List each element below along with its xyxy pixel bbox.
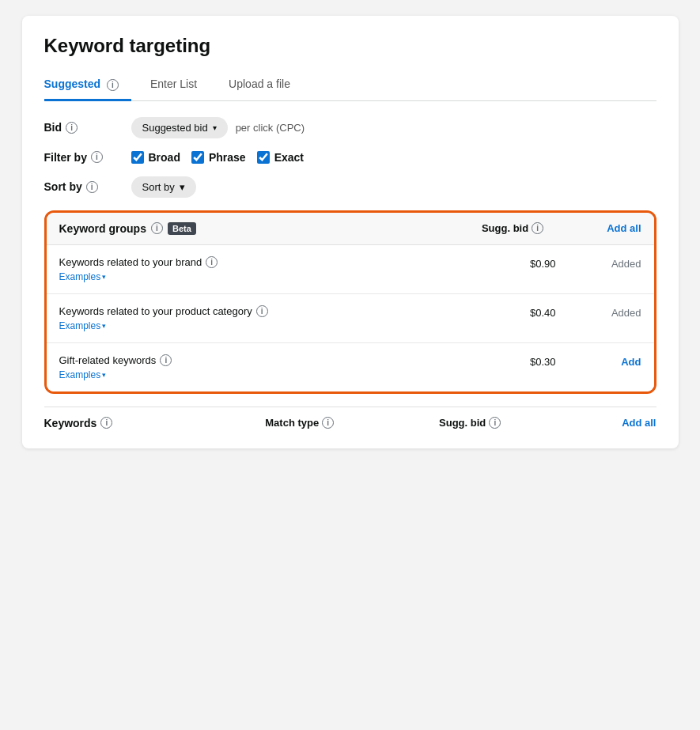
kg-row-category-right: $0.40 Added [518, 305, 641, 319]
broad-checkbox[interactable] [131, 151, 144, 164]
kg-row-brand-title: Keywords related to your brand i [59, 256, 218, 268]
phrase-checkbox[interactable] [191, 151, 204, 164]
beta-badge: Beta [168, 222, 196, 235]
kg-brand-info-icon[interactable]: i [206, 256, 218, 268]
per-click-text: per click (CPC) [236, 122, 305, 134]
category-examples-chevron-icon: ▾ [102, 322, 106, 330]
sort-by-row: Sort by i Sort by ▾ [44, 176, 656, 198]
match-type-info-icon[interactable]: i [322, 417, 334, 429]
filter-by-row: Filter by i Broad Phrase Exact [44, 151, 656, 164]
filter-broad[interactable]: Broad [131, 151, 180, 164]
bottom-add-all-button[interactable]: Add all [622, 417, 656, 429]
kg-row-gift-right: $0.30 Add [518, 354, 641, 368]
kg-header-left: Keyword groups i Beta [59, 222, 196, 235]
keyword-groups-box: Keyword groups i Beta Sugg. bid i Add al… [44, 210, 656, 394]
kg-row-brand-left: Keywords related to your brand i Example… [59, 256, 218, 282]
bottom-sugg-info-icon[interactable]: i [489, 417, 501, 429]
sort-chevron-icon: ▾ [180, 181, 185, 193]
kg-add-all-button[interactable]: Add all [607, 222, 641, 234]
suggested-info-icon[interactable]: i [107, 79, 119, 91]
tab-suggested[interactable]: Suggested i [44, 71, 131, 101]
keywords-info-icon[interactable]: i [100, 417, 112, 429]
page-title: Keyword targeting [44, 35, 656, 57]
sort-info-icon[interactable]: i [86, 181, 98, 193]
tab-enter-list[interactable]: Enter List [150, 71, 210, 101]
kg-row-brand: Keywords related to your brand i Example… [47, 245, 654, 294]
kg-row-gift-title: Gift-related keywords i [59, 354, 172, 366]
tab-upload-file[interactable]: Upload a file [229, 71, 303, 101]
sort-by-label: Sort by i [44, 180, 131, 193]
kg-gift-bid: $0.30 [518, 356, 556, 368]
filter-phrase[interactable]: Phrase [191, 151, 246, 164]
brand-examples-chevron-icon: ▾ [102, 273, 106, 281]
bid-dropdown[interactable]: Suggested bid ▾ [131, 117, 228, 138]
exact-checkbox[interactable] [257, 151, 270, 164]
filter-info-icon[interactable]: i [91, 151, 103, 163]
kg-category-examples[interactable]: Examples ▾ [59, 320, 268, 331]
bid-chevron-icon: ▾ [213, 123, 217, 132]
bottom-sugg-bid-label: Sugg. bid i [439, 417, 501, 429]
kg-gift-info-icon[interactable]: i [160, 354, 172, 366]
kg-gift-examples[interactable]: Examples ▾ [59, 369, 172, 380]
filter-exact[interactable]: Exact [257, 151, 304, 164]
kg-gift-action[interactable]: Add [604, 356, 641, 368]
bottom-row: Keywords i Match type i Sugg. bid i Add … [44, 407, 656, 433]
kg-header-sugg-bid: Sugg. bid i [482, 222, 543, 234]
bid-info-icon[interactable]: i [66, 122, 78, 134]
kg-sugg-bid-info-icon[interactable]: i [532, 222, 543, 234]
bottom-match-type-label: Match type i [265, 417, 334, 429]
gift-examples-chevron-icon: ▾ [102, 371, 106, 379]
kg-brand-examples[interactable]: Examples ▾ [59, 271, 218, 282]
kg-category-bid: $0.40 [518, 307, 556, 319]
tabs-container: Suggested i Enter List Upload a file [44, 71, 656, 101]
kg-row-product-category: Keywords related to your product categor… [47, 294, 654, 343]
filter-checkbox-group: Broad Phrase Exact [131, 151, 305, 164]
keyword-targeting-card: Keyword targeting Suggested i Enter List… [22, 16, 679, 448]
kg-row-gift-left: Gift-related keywords i Examples ▾ [59, 354, 172, 380]
kg-brand-action: Added [604, 258, 641, 270]
bid-row: Bid i Suggested bid ▾ per click (CPC) [44, 117, 656, 138]
sort-by-dropdown[interactable]: Sort by ▾ [131, 176, 196, 198]
kg-row-category-left: Keywords related to your product categor… [59, 305, 268, 331]
bid-label: Bid i [44, 121, 131, 134]
bottom-keywords-label: Keywords i [44, 417, 113, 429]
kg-row-category-title: Keywords related to your product categor… [59, 305, 268, 317]
kg-category-info-icon[interactable]: i [256, 305, 268, 317]
kg-row-brand-right: $0.90 Added [518, 256, 641, 270]
kg-info-icon[interactable]: i [151, 222, 163, 234]
kg-row-gift: Gift-related keywords i Examples ▾ $0.30… [47, 343, 654, 391]
kg-brand-bid: $0.90 [518, 258, 556, 270]
kg-category-action: Added [604, 307, 641, 319]
filter-by-label: Filter by i [44, 151, 131, 164]
kg-header: Keyword groups i Beta Sugg. bid i Add al… [47, 213, 654, 245]
